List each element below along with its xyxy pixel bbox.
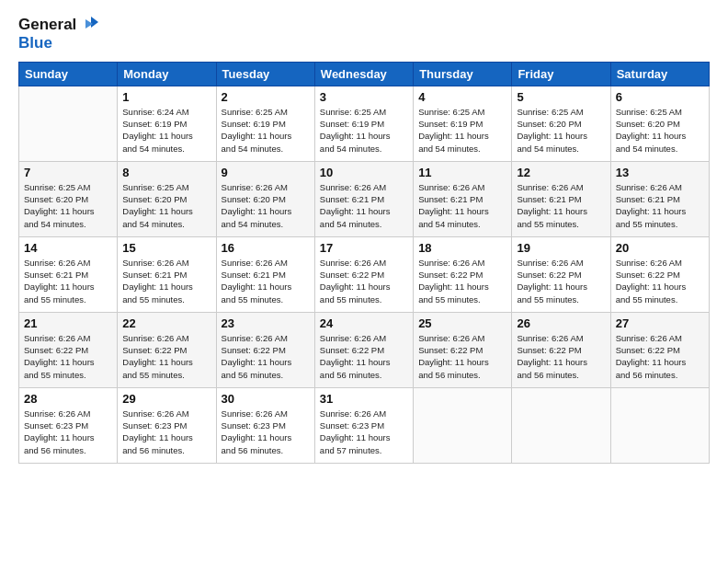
day-number: 11 — [418, 166, 506, 179]
day-info: Sunrise: 6:26 AM Sunset: 6:22 PM Dayligh… — [320, 332, 408, 381]
day-info: Sunrise: 6:25 AM Sunset: 6:20 PM Dayligh… — [122, 181, 210, 230]
calendar-cell: 8Sunrise: 6:25 AM Sunset: 6:20 PM Daylig… — [118, 161, 216, 236]
day-info: Sunrise: 6:26 AM Sunset: 6:23 PM Dayligh… — [222, 408, 310, 456]
calendar-cell: 7Sunrise: 6:25 AM Sunset: 6:20 PM Daylig… — [19, 161, 118, 236]
calendar-cell: 6Sunrise: 6:25 AM Sunset: 6:20 PM Daylig… — [610, 86, 709, 161]
calendar-cell — [414, 387, 512, 463]
day-info: Sunrise: 6:26 AM Sunset: 6:22 PM Dayligh… — [222, 332, 310, 381]
day-info: Sunrise: 6:26 AM Sunset: 6:23 PM Dayligh… — [24, 408, 112, 456]
logo-general: General — [18, 17, 76, 34]
day-info: Sunrise: 6:26 AM Sunset: 6:22 PM Dayligh… — [517, 257, 605, 305]
day-number: 27 — [616, 316, 704, 330]
calendar-cell: 10Sunrise: 6:26 AM Sunset: 6:21 PM Dayli… — [314, 161, 413, 236]
day-info: Sunrise: 6:26 AM Sunset: 6:22 PM Dayligh… — [418, 257, 506, 305]
calendar-cell: 14Sunrise: 6:26 AM Sunset: 6:21 PM Dayli… — [19, 236, 118, 312]
day-number: 16 — [222, 241, 310, 255]
day-info: Sunrise: 6:26 AM Sunset: 6:23 PM Dayligh… — [122, 408, 210, 456]
day-info: Sunrise: 6:26 AM Sunset: 6:21 PM Dayligh… — [320, 181, 408, 230]
calendar-cell: 4Sunrise: 6:25 AM Sunset: 6:19 PM Daylig… — [414, 86, 512, 161]
day-info: Sunrise: 6:25 AM Sunset: 6:19 PM Dayligh… — [418, 106, 506, 155]
day-info: Sunrise: 6:26 AM Sunset: 6:22 PM Dayligh… — [616, 332, 704, 381]
calendar-cell — [512, 387, 610, 463]
calendar-cell: 27Sunrise: 6:26 AM Sunset: 6:22 PM Dayli… — [610, 312, 709, 387]
calendar-cell: 1Sunrise: 6:24 AM Sunset: 6:19 PM Daylig… — [118, 86, 216, 161]
week-row-1: 1Sunrise: 6:24 AM Sunset: 6:19 PM Daylig… — [19, 86, 710, 161]
calendar-cell: 22Sunrise: 6:26 AM Sunset: 6:22 PM Dayli… — [118, 312, 216, 387]
day-info: Sunrise: 6:26 AM Sunset: 6:22 PM Dayligh… — [122, 332, 210, 381]
day-number: 21 — [24, 316, 112, 330]
day-number: 15 — [122, 241, 210, 255]
day-number: 6 — [616, 90, 704, 104]
calendar-cell: 2Sunrise: 6:25 AM Sunset: 6:19 PM Daylig… — [216, 86, 314, 161]
calendar-cell: 25Sunrise: 6:26 AM Sunset: 6:22 PM Dayli… — [414, 312, 512, 387]
calendar-table: SundayMondayTuesdayWednesdayThursdayFrid… — [18, 62, 710, 464]
calendar-cell: 18Sunrise: 6:26 AM Sunset: 6:22 PM Dayli… — [414, 236, 512, 312]
calendar-cell: 13Sunrise: 6:26 AM Sunset: 6:21 PM Dayli… — [610, 161, 709, 236]
day-number: 25 — [418, 316, 506, 330]
day-info: Sunrise: 6:25 AM Sunset: 6:20 PM Dayligh… — [616, 106, 704, 155]
day-number: 10 — [320, 166, 408, 179]
day-info: Sunrise: 6:26 AM Sunset: 6:21 PM Dayligh… — [222, 257, 310, 305]
day-info: Sunrise: 6:26 AM Sunset: 6:21 PM Dayligh… — [517, 181, 605, 230]
day-number: 12 — [517, 166, 605, 179]
week-row-5: 28Sunrise: 6:26 AM Sunset: 6:23 PM Dayli… — [19, 387, 710, 463]
calendar-header-row: SundayMondayTuesdayWednesdayThursdayFrid… — [19, 62, 710, 86]
day-info: Sunrise: 6:26 AM Sunset: 6:21 PM Dayligh… — [616, 181, 704, 230]
week-row-4: 21Sunrise: 6:26 AM Sunset: 6:22 PM Dayli… — [19, 312, 710, 387]
day-number: 5 — [517, 90, 605, 104]
day-number: 29 — [122, 392, 210, 406]
day-info: Sunrise: 6:26 AM Sunset: 6:22 PM Dayligh… — [320, 257, 408, 305]
day-number: 31 — [320, 392, 408, 406]
calendar-cell: 28Sunrise: 6:26 AM Sunset: 6:23 PM Dayli… — [19, 387, 118, 463]
calendar-cell: 20Sunrise: 6:26 AM Sunset: 6:22 PM Dayli… — [610, 236, 709, 312]
day-info: Sunrise: 6:26 AM Sunset: 6:22 PM Dayligh… — [616, 257, 704, 305]
day-info: Sunrise: 6:26 AM Sunset: 6:22 PM Dayligh… — [418, 332, 506, 381]
day-info: Sunrise: 6:25 AM Sunset: 6:20 PM Dayligh… — [517, 106, 605, 155]
day-number: 24 — [320, 316, 408, 330]
col-header-monday: Monday — [118, 62, 216, 86]
day-info: Sunrise: 6:25 AM Sunset: 6:20 PM Dayligh… — [24, 181, 112, 230]
day-info: Sunrise: 6:26 AM Sunset: 6:20 PM Dayligh… — [222, 181, 310, 230]
calendar-cell: 15Sunrise: 6:26 AM Sunset: 6:21 PM Dayli… — [118, 236, 216, 312]
logo-blue: Blue — [18, 35, 98, 52]
calendar-cell: 29Sunrise: 6:26 AM Sunset: 6:23 PM Dayli… — [118, 387, 216, 463]
day-info: Sunrise: 6:26 AM Sunset: 6:21 PM Dayligh… — [418, 181, 506, 230]
day-number: 8 — [122, 166, 210, 179]
day-info: Sunrise: 6:24 AM Sunset: 6:19 PM Dayligh… — [122, 106, 210, 155]
calendar-cell: 26Sunrise: 6:26 AM Sunset: 6:22 PM Dayli… — [512, 312, 610, 387]
calendar-cell: 16Sunrise: 6:26 AM Sunset: 6:21 PM Dayli… — [216, 236, 314, 312]
calendar-cell — [19, 86, 118, 161]
day-number: 13 — [616, 166, 704, 179]
day-number: 7 — [24, 166, 112, 179]
calendar-cell: 23Sunrise: 6:26 AM Sunset: 6:22 PM Dayli… — [216, 312, 314, 387]
day-info: Sunrise: 6:26 AM Sunset: 6:22 PM Dayligh… — [24, 332, 112, 381]
day-number: 28 — [24, 392, 112, 406]
header: General Blue — [18, 15, 710, 52]
day-number: 18 — [418, 241, 506, 255]
day-info: Sunrise: 6:26 AM Sunset: 6:21 PM Dayligh… — [122, 257, 210, 305]
calendar-cell: 31Sunrise: 6:26 AM Sunset: 6:23 PM Dayli… — [314, 387, 413, 463]
day-info: Sunrise: 6:25 AM Sunset: 6:19 PM Dayligh… — [222, 106, 310, 155]
week-row-2: 7Sunrise: 6:25 AM Sunset: 6:20 PM Daylig… — [19, 161, 710, 236]
svg-marker-0 — [91, 17, 98, 28]
day-number: 20 — [616, 241, 704, 255]
calendar-cell — [610, 387, 709, 463]
calendar-cell: 3Sunrise: 6:25 AM Sunset: 6:19 PM Daylig… — [314, 86, 413, 161]
calendar-cell: 9Sunrise: 6:26 AM Sunset: 6:20 PM Daylig… — [216, 161, 314, 236]
col-header-thursday: Thursday — [414, 62, 512, 86]
calendar-cell: 17Sunrise: 6:26 AM Sunset: 6:22 PM Dayli… — [314, 236, 413, 312]
calendar-cell: 19Sunrise: 6:26 AM Sunset: 6:22 PM Dayli… — [512, 236, 610, 312]
calendar-cell: 24Sunrise: 6:26 AM Sunset: 6:22 PM Dayli… — [314, 312, 413, 387]
page: General Blue SundayMondayTuesdayWednesda… — [0, 0, 728, 563]
day-number: 1 — [122, 90, 210, 104]
day-info: Sunrise: 6:26 AM Sunset: 6:22 PM Dayligh… — [517, 332, 605, 381]
day-info: Sunrise: 6:26 AM Sunset: 6:21 PM Dayligh… — [24, 257, 112, 305]
calendar-cell: 11Sunrise: 6:26 AM Sunset: 6:21 PM Dayli… — [414, 161, 512, 236]
day-number: 22 — [122, 316, 210, 330]
calendar-cell: 30Sunrise: 6:26 AM Sunset: 6:23 PM Dayli… — [216, 387, 314, 463]
calendar-cell: 21Sunrise: 6:26 AM Sunset: 6:22 PM Dayli… — [19, 312, 118, 387]
logo-bird-icon — [78, 15, 98, 35]
logo-container: General Blue — [18, 15, 98, 52]
calendar-cell: 5Sunrise: 6:25 AM Sunset: 6:20 PM Daylig… — [512, 86, 610, 161]
day-number: 4 — [418, 90, 506, 104]
